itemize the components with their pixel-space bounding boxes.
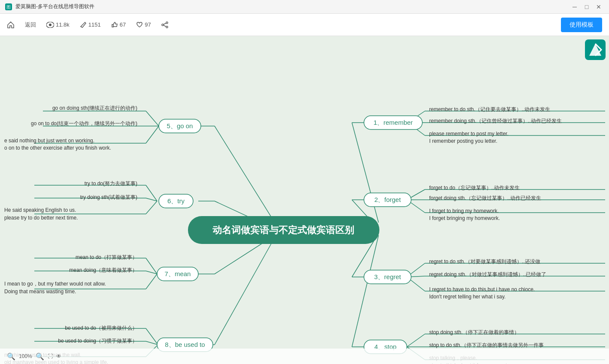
app-icon: 图 xyxy=(5,3,12,10)
be-used-to-node: 8、be used to xyxy=(165,341,205,348)
try-example1: He said speaking English to us. xyxy=(4,207,76,213)
edit-count: 1151 xyxy=(80,21,101,28)
remember-example2: I remember posting you letter. xyxy=(429,138,497,144)
svg-line-15 xyxy=(215,238,275,345)
go-on-leaf1: go on doing sth(继续正在进行的动作) xyxy=(52,105,137,111)
mean-example2: Doing that means wasting time. xyxy=(4,289,76,295)
remember-leaf2: remember doing sth.（记住曾经做过某事）..动作已经发生 xyxy=(429,118,562,124)
like-icon xyxy=(111,21,118,28)
share-button[interactable] xyxy=(161,21,168,28)
forget-example2: I forget bringing my homework. xyxy=(429,215,500,221)
svg-line-8 xyxy=(164,25,166,27)
remember-node: 1、remember xyxy=(373,119,413,126)
titlebar: 图 爱莫脑图-多平台在线思维导图软件 ─ □ ✕ xyxy=(0,0,609,14)
heart-count: 97 xyxy=(136,21,151,28)
go-on-example1: e said nothing but just went on working. xyxy=(4,138,94,144)
mean-example1: I mean to go，but my father would not all… xyxy=(4,281,106,287)
mindmap-svg: 动名词做宾语与不定式做宾语区别 5、go on go on doing sth(… xyxy=(0,36,609,364)
app-title: 爱莫脑图-多平台在线思维导图软件 xyxy=(15,3,94,10)
svg-line-29 xyxy=(146,126,159,143)
be-used-to-leaf2: be used to doing（习惯于做某事） xyxy=(58,338,137,344)
try-leaf2: try doing sth(试着做某事) xyxy=(80,194,137,200)
be-used-to-leaf1: be used to do（被用来做什么） xyxy=(65,325,137,331)
svg-line-17 xyxy=(352,123,379,223)
home-button[interactable] xyxy=(7,21,15,29)
regret-leaf2: regret doing sth.（对做过某事感到遗憾）..已经做了 xyxy=(429,271,546,277)
view-value: 11.8k xyxy=(56,21,70,28)
go-on-example2: o on to the other exercise after you fin… xyxy=(4,145,111,151)
regret-example2: Idon't regret telling her what i say. xyxy=(429,294,506,300)
svg-line-9 xyxy=(215,126,275,223)
remember-leaf1: remember to do sth.（记住要去做某事）..动作未发生 xyxy=(429,106,550,112)
toolbar: 返回 11.8k 1151 67 97 使用模板 xyxy=(0,14,609,36)
zoom-in-button[interactable]: 🔍 xyxy=(36,352,44,361)
forget-leaf2: forget doing sth.（忘记做过某事）..动作已经发生 xyxy=(429,195,541,201)
center-node-text: 动名词做宾语与不定式做宾语区别 xyxy=(212,225,354,235)
go-on-node: 5、go on xyxy=(167,122,193,129)
try-leaf1: try to do(努力去做某事) xyxy=(85,180,137,187)
mean-node: 7、mean xyxy=(165,270,191,277)
svg-line-35 xyxy=(146,201,157,214)
svg-line-25 xyxy=(146,111,159,126)
close-button[interactable]: ✕ xyxy=(594,2,604,12)
svg-line-67 xyxy=(407,334,425,347)
minimize-button[interactable]: ─ xyxy=(570,2,580,12)
svg-line-7 xyxy=(164,23,166,24)
zoom-level: 100% xyxy=(19,353,32,359)
go-on-leaf2: go on to do(结束一个动作，继续另外一个动作) xyxy=(31,120,137,126)
use-template-button[interactable]: 使用模板 xyxy=(561,18,602,32)
window-controls[interactable]: ─ □ ✕ xyxy=(570,2,604,12)
svg-line-23 xyxy=(352,235,379,347)
forget-node: 2、forget xyxy=(374,196,401,203)
eye-icon xyxy=(46,22,54,28)
mean-leaf2: mean doing（意味着做某事） xyxy=(69,267,137,273)
svg-text:图: 图 xyxy=(6,5,11,9)
mindmap-canvas: 动名词做宾语与不定式做宾语区别 5、go on go on doing sth(… xyxy=(0,36,609,364)
view-count: 11.8k xyxy=(46,21,70,28)
like-count: 67 xyxy=(111,21,126,28)
svg-point-6 xyxy=(162,24,164,26)
remember-example1: please remember to post my letter. xyxy=(429,131,509,137)
back-button[interactable]: 返回 xyxy=(25,21,36,29)
try-example2: please try to do better next time. xyxy=(4,215,78,221)
forget-leaf1: forget to do（忘记做某事）..动作未发生 xyxy=(429,185,520,191)
stop-leaf1: stop doing sth.（停下正在做着的事情） xyxy=(429,329,519,335)
home-icon xyxy=(7,21,15,29)
svg-point-3 xyxy=(49,24,52,26)
mean-leaf1: mean to do（打算做某事） xyxy=(76,254,137,260)
regret-node: 3、regret xyxy=(374,273,401,280)
view-button[interactable]: 👁 xyxy=(56,353,61,359)
heart-icon xyxy=(136,21,143,28)
regret-example1: I regret to have to do this,but i have n… xyxy=(429,286,535,292)
svg-line-41 xyxy=(146,274,157,289)
stop-leaf2: stop to do sth.（停下正在做的事情去做另外一件事 xyxy=(429,342,544,348)
try-node: 6、try xyxy=(167,197,185,205)
edit-icon xyxy=(80,21,87,28)
regret-leaf1: regret to do sth.（对要做某事感到遗憾）..还没做 xyxy=(429,259,540,265)
forget-example1: I forget to bring my homework. xyxy=(429,208,499,214)
back-label: 返回 xyxy=(25,21,36,29)
heart-value: 97 xyxy=(145,21,151,28)
svg-point-5 xyxy=(166,26,168,28)
like-value: 67 xyxy=(120,21,126,28)
bottombar: 🔍 100% 🔍 ⛶ 👁 xyxy=(0,349,609,364)
maximize-button[interactable]: □ xyxy=(582,2,592,12)
zoom-out-button[interactable]: 🔍 xyxy=(7,352,15,361)
svg-point-4 xyxy=(166,22,168,24)
share-icon xyxy=(161,21,168,28)
svg-line-43 xyxy=(146,328,158,345)
fit-screen-button[interactable]: ⛶ xyxy=(48,353,53,359)
edit-value: 1151 xyxy=(88,21,101,28)
